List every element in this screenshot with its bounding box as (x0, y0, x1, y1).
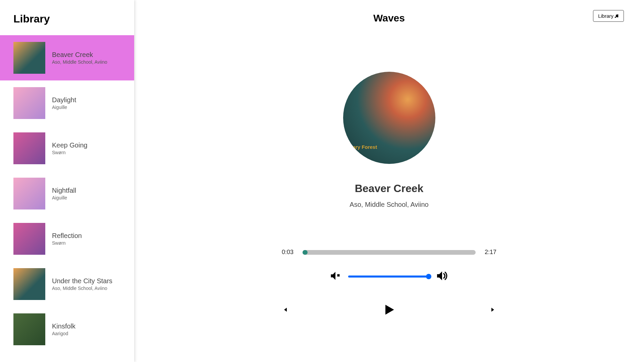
header: Waves Library (154, 8, 624, 28)
track-artist: Aso, Middle School, Aviino (52, 59, 107, 65)
album-art (343, 72, 435, 164)
library-item[interactable]: Keep GoingSwørn (0, 126, 134, 171)
album-thumbnail (13, 42, 45, 74)
library-item[interactable]: KinsfolkAarigod (0, 307, 134, 352)
track-artist: Aiguille (52, 105, 76, 110)
track-title: Beaver Creek (52, 51, 107, 59)
library-toggle-button[interactable]: Library (593, 10, 624, 22)
library-item[interactable]: ReflectionSwørn (0, 216, 134, 261)
main-panel: Waves Library Beaver Creek Aso, Middle S… (134, 0, 644, 362)
volume-thumb[interactable] (426, 274, 431, 279)
album-thumbnail (13, 268, 45, 300)
track-title: Kinsfolk (52, 322, 75, 330)
album-thumbnail (13, 178, 45, 209)
track-title: Under the City Stars (52, 277, 112, 285)
elapsed-time: 0:03 (282, 249, 296, 256)
library-item[interactable]: Beaver CreekAso, Middle School, Aviino (0, 35, 134, 80)
now-playing-artist: Aso, Middle School, Aviino (350, 201, 428, 208)
track-meta: DaylightAiguille (52, 96, 76, 110)
progress-slider[interactable] (303, 250, 476, 255)
library-item[interactable]: Under the City StarsAso, Middle School, … (0, 261, 134, 307)
track-artist: Swørn (52, 150, 88, 155)
track-artist: Aarigod (52, 331, 75, 336)
track-meta: ReflectionSwørn (52, 232, 82, 246)
mute-icon[interactable] (329, 270, 341, 283)
library-list: Beaver CreekAso, Middle School, AviinoDa… (0, 35, 134, 352)
track-artist: Aso, Middle School, Aviino (52, 286, 112, 291)
app-title: Waves (373, 12, 405, 24)
svg-point-1 (617, 16, 619, 17)
track-artist: Aiguille (52, 195, 76, 200)
track-meta: KinsfolkAarigod (52, 322, 75, 336)
previous-button[interactable] (282, 304, 290, 315)
track-meta: NightfallAiguille (52, 187, 76, 200)
volume-slider[interactable] (348, 276, 429, 278)
next-button[interactable] (488, 304, 496, 315)
now-playing-title: Beaver Creek (355, 182, 424, 195)
now-playing: Beaver Creek Aso, Middle School, Aviino … (154, 28, 624, 354)
track-meta: Beaver CreekAso, Middle School, Aviino (52, 51, 107, 65)
play-button[interactable] (382, 302, 396, 317)
album-thumbnail (13, 313, 45, 345)
music-icon (614, 14, 619, 18)
track-title: Keep Going (52, 141, 88, 149)
album-thumbnail (13, 132, 45, 164)
track-title: Nightfall (52, 187, 76, 194)
svg-point-0 (615, 16, 616, 18)
track-meta: Under the City StarsAso, Middle School, … (52, 277, 112, 291)
library-toggle-label: Library (598, 13, 613, 19)
sidebar-title: Library (0, 0, 134, 35)
library-item[interactable]: DaylightAiguille (0, 80, 134, 126)
progress-row: 0:03 2:17 (282, 249, 496, 256)
track-title: Daylight (52, 96, 76, 104)
track-meta: Keep GoingSwørn (52, 141, 88, 155)
track-artist: Swørn (52, 240, 82, 246)
volume-row (329, 269, 449, 284)
library-sidebar: Library Beaver CreekAso, Middle School, … (0, 0, 134, 362)
track-title: Reflection (52, 232, 82, 240)
volume-up-icon[interactable] (435, 269, 449, 284)
playback-controls (282, 302, 496, 317)
album-thumbnail (13, 223, 45, 255)
library-item[interactable]: NightfallAiguille (0, 171, 134, 216)
duration-time: 2:17 (482, 249, 496, 256)
progress-fill (303, 250, 308, 255)
album-thumbnail (13, 87, 45, 119)
